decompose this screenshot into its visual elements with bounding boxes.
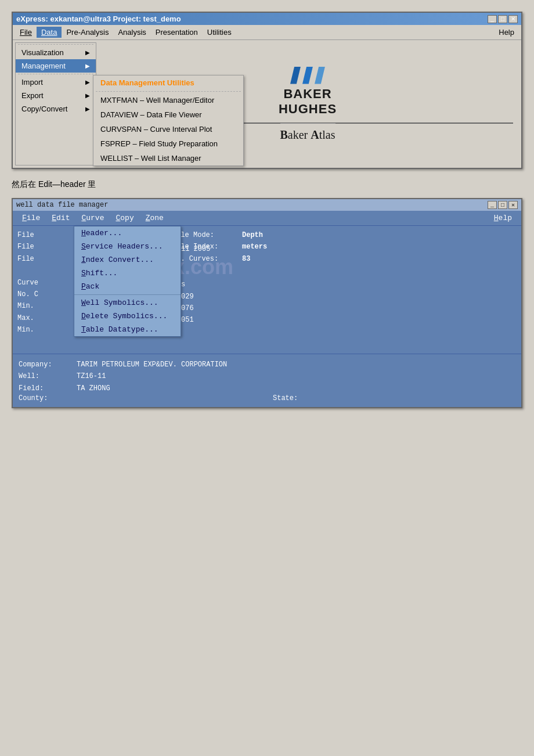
well-value: TZ16-11 bbox=[77, 370, 515, 382]
annotation-text: 然后在 Edit—header 里 bbox=[12, 175, 522, 195]
dropdown-copy-convert[interactable]: Copy/Convert ▶ bbox=[16, 102, 96, 116]
baker-atlas-logo: Baker Atlas bbox=[280, 123, 335, 141]
dd2-delete-symbolics[interactable]: Delete Symbolics... bbox=[74, 309, 181, 323]
minimize-btn[interactable]: _ bbox=[488, 15, 497, 23]
submenu-arrow-import: ▶ bbox=[85, 79, 90, 85]
partial-val4: 029 bbox=[181, 291, 210, 303]
dd2-well-symbolics[interactable]: Well Symbolics... bbox=[74, 296, 181, 309]
w2-maximize-btn[interactable]: □ bbox=[498, 201, 507, 209]
state-value bbox=[319, 394, 515, 402]
partial-values: 11 2005 s 029 076 051 bbox=[181, 243, 210, 326]
no-curves-value: 83 bbox=[242, 253, 300, 265]
bh-line-2 bbox=[302, 67, 313, 84]
field-label: Field: bbox=[19, 383, 77, 394]
submenu-fsprep[interactable]: FSPREP – Field Study Preparation bbox=[93, 136, 243, 151]
well-data-window: well data file manager _ □ ✕ File Edit C… bbox=[12, 198, 522, 408]
menu2-help[interactable]: Help bbox=[488, 213, 518, 224]
submenu-wellist[interactable]: WELLIST – Well List Manager bbox=[93, 151, 243, 165]
file-mode-value: Depth bbox=[242, 229, 300, 241]
menu2-copy[interactable]: Copy bbox=[110, 213, 139, 224]
titlebar-2: well data file manager _ □ ✕ bbox=[13, 199, 521, 211]
menu-analysis[interactable]: Analysis bbox=[113, 27, 150, 38]
w2-minimize-btn[interactable]: _ bbox=[488, 201, 497, 209]
window2-controls: _ □ ✕ bbox=[488, 201, 518, 209]
menu-data[interactable]: Data bbox=[37, 27, 62, 38]
menu-help[interactable]: Help bbox=[494, 27, 519, 38]
hughes-text: HUGHES bbox=[279, 102, 337, 117]
dropdown-visualization[interactable]: Visualization ▶ bbox=[16, 46, 96, 59]
submenu-data-mgmt[interactable]: Data Management Utilities bbox=[93, 75, 243, 90]
edit-dropdown: Header... Service Headers... Index Conve… bbox=[74, 226, 181, 337]
menu-preanalysis[interactable]: Pre-Analysis bbox=[62, 27, 113, 38]
dropdown-export[interactable]: Export ▶ bbox=[16, 89, 96, 102]
submenu-arrow-viz: ▶ bbox=[85, 49, 90, 56]
submenu-arrow-mgmt: ▶ bbox=[85, 63, 90, 69]
company-label: Company: bbox=[19, 359, 77, 370]
right-info-grid: File Mode: Depth File Index: meters No. … bbox=[172, 229, 515, 265]
partial-val6: 051 bbox=[181, 314, 210, 326]
submenu-arrow-copy: ▶ bbox=[85, 106, 90, 112]
submenu-arrow-export: ▶ bbox=[85, 92, 90, 99]
dd2-pack[interactable]: Pack bbox=[74, 280, 181, 293]
submenu-dataview[interactable]: DATAVIEW – Data File Viewer bbox=[93, 107, 243, 122]
bh-lines bbox=[279, 67, 337, 84]
field-value: TA ZHONG bbox=[77, 383, 515, 394]
window1-title: eXpress: exkantan@ultra3 Project: test_d… bbox=[16, 15, 181, 23]
menu2-edit[interactable]: Edit bbox=[46, 213, 75, 224]
well-row: Well: TZ16-11 bbox=[19, 370, 515, 382]
partial-val5: 076 bbox=[181, 303, 210, 314]
menubar-1: File Data Pre-Analysis Analysis Presenta… bbox=[13, 25, 521, 40]
dd2-header[interactable]: Header... bbox=[74, 226, 181, 240]
management-submenu: Data Management Utilities MXTFMAN – Well… bbox=[93, 75, 244, 166]
baker-hughes-logo: BAKER HUGHES bbox=[279, 67, 337, 117]
partial-val3: s bbox=[181, 279, 210, 290]
state-label: State: bbox=[273, 394, 319, 402]
submenu-curvspan[interactable]: CURVSPAN – Curve Interval Plot bbox=[93, 122, 243, 136]
menu-presentation[interactable]: Presentation bbox=[151, 27, 203, 38]
menu2-curve[interactable]: Curve bbox=[75, 213, 110, 224]
express-window: eXpress: exkantan@ultra3 Project: test_d… bbox=[12, 12, 522, 169]
dropdown-management[interactable]: Management ▶ bbox=[16, 59, 96, 73]
field-row: Field: TA ZHONG bbox=[19, 383, 515, 394]
close-btn[interactable]: ✕ bbox=[508, 15, 518, 23]
dd2-table-datatype[interactable]: Table Datatype... bbox=[74, 323, 181, 336]
county-label: County: bbox=[19, 394, 77, 402]
dropdown-import[interactable]: Import ▶ bbox=[16, 75, 96, 89]
window2-content: File File File Curve No. C Min. Max. Min… bbox=[13, 226, 521, 354]
menubar-2: File Edit Curve Copy Zone Help bbox=[13, 211, 521, 226]
partial-date: 11 2005 bbox=[181, 243, 210, 255]
company-row: Company: TARIM PETROLEUM EXP&DEV. CORPOR… bbox=[19, 359, 515, 370]
bh-line-3 bbox=[315, 67, 325, 84]
menu2-zone[interactable]: Zone bbox=[140, 213, 169, 224]
baker-text: BAKER bbox=[279, 87, 337, 102]
bh-line-1 bbox=[290, 67, 301, 84]
menu2-file[interactable]: File bbox=[16, 213, 46, 224]
dd2-index-convert[interactable]: Index Convert... bbox=[74, 253, 181, 267]
window1-content: Visualization ▶ Management ▶ Import ▶ Ex… bbox=[13, 40, 521, 168]
bottom-info: Company: TARIM PETROLEUM EXP&DEV. CORPOR… bbox=[13, 354, 521, 407]
partial-val2 bbox=[181, 267, 210, 279]
partial-val1 bbox=[181, 255, 210, 267]
submenu-mxtfman[interactable]: MXTFMAN – Well Manager/Editor bbox=[93, 93, 243, 107]
maximize-btn[interactable]: □ bbox=[498, 15, 507, 23]
dd2-service-headers[interactable]: Service Headers... bbox=[74, 240, 181, 253]
well-label: Well: bbox=[19, 370, 77, 382]
w2-close-btn[interactable]: ✕ bbox=[508, 201, 518, 209]
dd2-shift[interactable]: Shift... bbox=[74, 267, 181, 280]
company-value: TARIM PETROLEUM EXP&DEV. CORPORATION bbox=[77, 359, 515, 370]
file-mode-label: File Mode: bbox=[172, 229, 242, 241]
file-index-value: meters bbox=[242, 241, 300, 253]
menu-utilities[interactable]: Utilities bbox=[203, 27, 236, 38]
titlebar-1: eXpress: exkantan@ultra3 Project: test_d… bbox=[13, 13, 521, 25]
window2-title: well data file manager bbox=[16, 201, 108, 209]
data-dropdown: Visualization ▶ Management ▶ Import ▶ Ex… bbox=[15, 42, 96, 165]
county-row: County: State: bbox=[19, 394, 515, 402]
menu-file[interactable]: File bbox=[15, 27, 37, 38]
county-value bbox=[77, 394, 273, 402]
window1-controls: _ □ ✕ bbox=[488, 15, 518, 23]
